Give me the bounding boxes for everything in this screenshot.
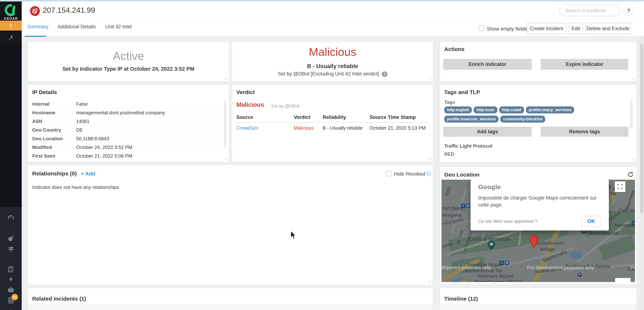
verdict-badge: Malicious xyxy=(236,101,264,108)
tab-unit42-intel[interactable]: Unit 42 Intel xyxy=(105,24,132,30)
google-map[interactable]: U M U M U P traßefurt (Main)eburgwegnebu… xyxy=(442,180,635,282)
timeline-title: Timeline (12) xyxy=(444,296,478,302)
relationships-empty-message: Indicator does not have any relationship… xyxy=(32,184,119,190)
source-link[interactable]: CrowdSec xyxy=(236,125,258,131)
actions-card: Actions Enrich indicator Expire indicato… xyxy=(440,42,636,81)
window-top-strip xyxy=(0,0,644,2)
tags-tlp-card: Tags and TLP Tags http:exploithttp:scanh… xyxy=(440,85,636,162)
threat-bomb-icon[interactable] xyxy=(7,234,15,242)
xsoar-logo-icon[interactable] xyxy=(5,4,17,16)
hide-revoked-checkbox[interactable] xyxy=(386,171,392,176)
status-value: Active xyxy=(28,49,229,62)
relationships-card: Relationships (0) + Add Hide Revoked Ind… xyxy=(28,165,433,285)
resize-handle-icon[interactable] xyxy=(428,280,431,283)
card-scrollbar-thumb[interactable] xyxy=(224,100,226,148)
col-verdict[interactable]: Verdict xyxy=(294,115,310,120)
tab-additional-details[interactable]: Additional Details xyxy=(58,24,96,30)
map-watermark: For development purposes only xyxy=(631,265,635,270)
map-marker-pin[interactable] xyxy=(530,235,538,249)
actions-title: Actions xyxy=(444,46,464,52)
resize-handle-icon[interactable] xyxy=(631,76,635,80)
row-verdict: Malicious xyxy=(294,125,314,131)
tag-pill[interactable]: profile:insecure_services xyxy=(444,116,498,123)
mouse-cursor xyxy=(290,230,296,240)
automation-bolt-icon[interactable] xyxy=(7,275,15,283)
page-header xyxy=(22,2,644,20)
tag-pill[interactable]: profile:many_services xyxy=(526,106,574,113)
sidebar: XSOAR ! 22 xyxy=(0,2,22,310)
xsoar-logo-text: XSOAR xyxy=(0,17,22,21)
tag-pill[interactable]: http:crawl xyxy=(499,106,524,113)
resize-handle-icon[interactable] xyxy=(224,76,227,80)
dashboard-gauge-icon[interactable] xyxy=(7,214,15,222)
ip-details-card: IP Details InternalFalseHostnamemanageme… xyxy=(28,85,229,162)
sidebar-item-alerts[interactable]: ! xyxy=(0,21,22,31)
relationships-gear-icon[interactable] xyxy=(425,170,432,178)
tag-pill[interactable]: http:exploit xyxy=(444,106,472,113)
google-logo: Google xyxy=(478,183,501,190)
resize-handle-icon[interactable] xyxy=(224,157,227,160)
resize-handle-icon[interactable] xyxy=(631,157,635,160)
related-incidents-card: Related Incidents (1) xyxy=(28,288,433,310)
verdict-set-by: Set by @DBot [Excluding Unit 42 Intel ve… xyxy=(232,71,433,77)
card-scrollbar-thumb[interactable] xyxy=(630,100,632,129)
ip-detail-row: First SeenOctober 21, 2022 5:06 PM xyxy=(28,152,223,160)
pin-icon[interactable] xyxy=(7,34,15,42)
status-set-by: Set by Indicator Type IP at October 24, … xyxy=(28,66,229,72)
playbooks-book-icon[interactable] xyxy=(7,265,15,273)
enrich-indicator-button[interactable]: Enrich indicator xyxy=(443,59,532,70)
dialog-ok-button[interactable]: OK xyxy=(582,216,601,227)
edit-button[interactable]: Edit xyxy=(569,23,583,34)
show-empty-fields-label: Show empty fields xyxy=(487,26,527,32)
ip-detail-row: Geo Location50.1188:8.6843 xyxy=(28,134,223,143)
sidebar-spacer xyxy=(0,45,22,207)
relationships-title: Relationships (0) xyxy=(32,170,77,177)
resize-handle-icon[interactable] xyxy=(428,157,431,160)
alert-icon: ! xyxy=(10,22,12,29)
tags-label: Tags xyxy=(444,99,455,105)
tag-pill[interactable]: http:scan xyxy=(474,106,498,113)
refresh-icon[interactable] xyxy=(627,171,634,179)
verdict-help-icon[interactable]: ? xyxy=(382,71,388,77)
dialog-message: Impossible de charger Google Maps correc… xyxy=(478,194,600,208)
tag-pill[interactable]: community-blocklist xyxy=(500,116,545,123)
create-incident-button[interactable]: Create incident xyxy=(527,23,566,34)
add-relationship-link[interactable]: + Add xyxy=(81,171,95,177)
dialog-question[interactable]: Ce site Web vous appartient ? xyxy=(478,219,537,224)
col-source-timestamp[interactable]: Source Time Stamp xyxy=(370,115,416,120)
table-header-divider xyxy=(236,122,428,123)
hide-revoked-label: Hide Revoked xyxy=(394,171,425,177)
jobs-briefcase-icon[interactable] xyxy=(7,286,15,294)
add-tags-button[interactable]: Add tags xyxy=(443,127,532,137)
tab-summary[interactable]: Summary xyxy=(27,24,48,30)
page-title: 207.154.241.99 xyxy=(43,6,95,15)
google-maps-error-dialog: Google Impossible de charger Google Maps… xyxy=(470,180,609,230)
help-button[interactable]: ? xyxy=(624,6,634,16)
ip-detail-row: ASN14061 xyxy=(28,117,223,126)
map-control-button[interactable] xyxy=(615,278,630,282)
ip-indicator-icon xyxy=(30,6,40,16)
delete-and-exclude-button[interactable]: Delete and Exclude xyxy=(585,23,630,34)
timeline-table-header xyxy=(440,305,636,310)
ip-detail-row: Geo CountryDE xyxy=(28,126,223,134)
settings-partial-icon[interactable] xyxy=(7,307,15,310)
verdict-title: Verdict xyxy=(236,89,255,95)
tlp-label: Traffic Light Protocol xyxy=(444,143,492,149)
verdict-value: Malicious xyxy=(232,45,433,58)
active-tab-underline xyxy=(25,36,46,37)
map-fullscreen-button[interactable] xyxy=(615,181,626,192)
expire-indicator-button[interactable]: Expire indicator xyxy=(541,59,628,70)
remove-tags-button[interactable]: Remove tags xyxy=(541,127,628,137)
tlp-value: RED xyxy=(444,151,454,157)
signpost-icon[interactable] xyxy=(7,245,15,253)
map-watermark: For development purposes only xyxy=(527,265,594,270)
marketplace-count-badge: 22 xyxy=(12,294,18,300)
ip-detail-row: Hostnamemanagemental.dont.youlovethat.co… xyxy=(28,108,223,117)
ip-details-title: IP Details xyxy=(32,89,57,95)
col-source[interactable]: Source xyxy=(236,115,253,120)
search-input[interactable]: Search in Incidents xyxy=(559,5,620,16)
page-scrollbar-thumb[interactable] xyxy=(640,44,643,213)
verdict-card: Verdict Malicious Set by @DBot Source Ve… xyxy=(232,85,433,162)
show-empty-fields-checkbox[interactable] xyxy=(479,26,484,31)
col-reliability[interactable]: Reliability xyxy=(323,115,346,120)
